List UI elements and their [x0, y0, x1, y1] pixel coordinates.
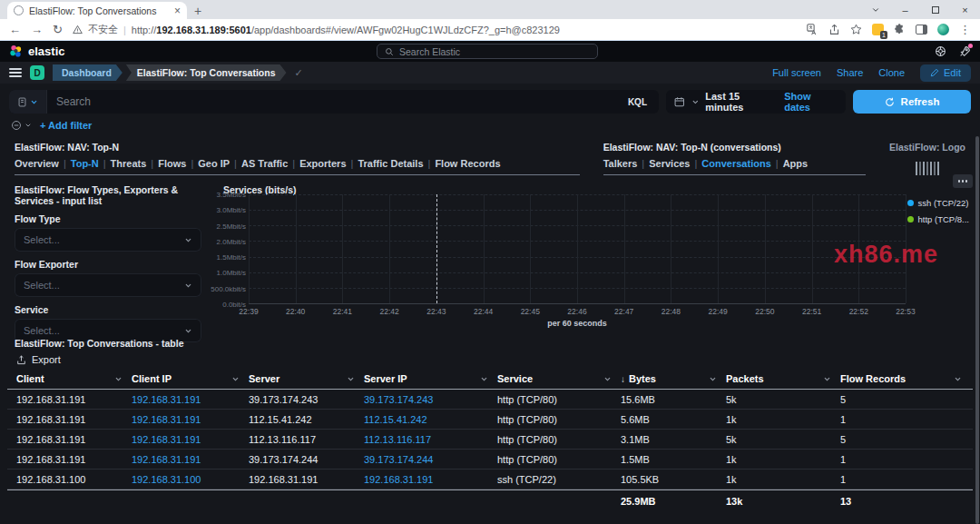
show-dates-button[interactable]: Show dates	[784, 91, 838, 113]
x-tick-label: 22:51	[802, 307, 821, 316]
export-button[interactable]: Export	[16, 354, 61, 365]
column-header-flow-records[interactable]: Flow Records	[840, 370, 971, 389]
column-header-server-ip[interactable]: Server IP	[364, 370, 497, 389]
nav-link-exporters[interactable]: Exporters	[299, 158, 346, 169]
scrollbar-thumb[interactable]	[975, 136, 979, 524]
share-button[interactable]: Share	[837, 67, 863, 78]
nav-link-top-n[interactable]: Top-N	[71, 158, 99, 169]
legend-item-http-tcp-8[interactable]: http (TCP/8...	[907, 214, 970, 224]
column-header-service[interactable]: Service	[497, 370, 621, 389]
cell-ip-link[interactable]: 192.168.31.191	[132, 390, 249, 409]
cell-ip-link[interactable]: 112.13.116.117	[364, 430, 497, 449]
browser-menu-icon[interactable]: ⋮	[959, 24, 971, 35]
profile-extension-icon[interactable]	[937, 24, 949, 35]
select-flow-type[interactable]: Select...	[15, 228, 201, 252]
chart-x-axis-label: per 60 seconds	[249, 319, 906, 328]
saved-query-icon	[17, 97, 27, 107]
kql-search-input[interactable]: Search KQL	[9, 90, 659, 114]
cell-ip-link[interactable]: 192.168.31.191	[364, 470, 497, 489]
nav-link-flows[interactable]: Flows	[158, 158, 186, 169]
column-label: Bytes	[629, 373, 656, 384]
news-feed-button[interactable]	[959, 45, 971, 57]
cell-ip-link[interactable]: 39.173.174.244	[364, 450, 497, 469]
tab-close-icon[interactable]: ×	[174, 5, 181, 16]
extensions-puzzle-icon[interactable]	[894, 24, 906, 35]
sidebar-panel-icon[interactable]	[916, 25, 927, 35]
window-maximize-button[interactable]	[920, 0, 950, 19]
nav-link-talkers[interactable]: Talkers	[603, 158, 638, 169]
nav-link-traffic-details[interactable]: Traffic Details	[358, 158, 423, 169]
saved-check-icon: ✓	[295, 67, 303, 79]
cell-ip-link[interactable]: 39.173.174.243	[364, 390, 497, 409]
x-tick-label: 22:46	[567, 307, 586, 316]
translate-icon[interactable]	[807, 24, 818, 35]
column-chevron-down-icon	[603, 375, 612, 383]
cell: 1	[840, 470, 971, 489]
nav-link-apps[interactable]: Apps	[783, 158, 808, 169]
cell-ip-link[interactable]: 192.168.31.191	[132, 410, 249, 429]
cell-ip-link[interactable]: 192.168.31.100	[132, 470, 249, 489]
kql-label[interactable]: KQL	[616, 97, 659, 107]
browser-forward-icon[interactable]: →	[31, 24, 43, 35]
browser-reload-icon[interactable]: ↻	[53, 24, 63, 35]
watermark: xh86.me	[834, 241, 938, 269]
dashboard-toolbar: D Dashboard ElastiFlow: Top Conversation…	[0, 62, 980, 84]
select-flow-exporter[interactable]: Select...	[15, 273, 201, 297]
omnibox[interactable]: 不安全 | http://192.168.31.189:5601/app/das…	[73, 23, 797, 36]
panel-title: ElastiFlow: Top Conversations - table	[7, 334, 973, 349]
legend-item-ssh-tcp-22[interactable]: ssh (TCP/22)	[907, 198, 970, 208]
column-header-server[interactable]: Server	[249, 370, 364, 389]
cell-ip-link[interactable]: 192.168.31.191	[132, 430, 249, 449]
window-menu-chevron-icon[interactable]	[860, 0, 890, 19]
share-icon[interactable]	[828, 24, 840, 35]
column-header-client-ip[interactable]: Client IP	[132, 370, 249, 389]
elastic-brand[interactable]: elastic	[9, 44, 64, 58]
full-screen-button[interactable]: Full screen	[772, 67, 821, 78]
extension-badge-icon[interactable]: 1	[872, 24, 884, 35]
panel-options-button[interactable]	[953, 174, 973, 188]
v-gridline	[765, 194, 766, 303]
filter-menu-button[interactable]	[11, 120, 32, 131]
nav-link-as-traffic[interactable]: AS Traffic	[241, 158, 288, 169]
bookmark-star-icon[interactable]	[850, 24, 862, 35]
nav-link-geo-ip[interactable]: Geo IP	[198, 158, 230, 169]
total-cell	[497, 490, 621, 512]
total-cell	[249, 490, 364, 512]
y-tick-label: 2.0Mbit/s	[217, 237, 246, 245]
window-minimize-button[interactable]: –	[890, 0, 920, 19]
nav-link-overview[interactable]: Overview	[15, 158, 59, 169]
cell-ip-link[interactable]: 192.168.31.191	[132, 450, 249, 469]
panel-title: ElastiFlow: Logo	[882, 138, 973, 153]
panel-title: ElastiFlow: Flow Types, Exporters & Serv…	[7, 181, 209, 206]
breadcrumb-dashboard[interactable]: Dashboard	[53, 64, 122, 81]
column-header-bytes[interactable]: ↓Bytes	[621, 370, 726, 389]
global-search-input[interactable]: Search Elastic	[377, 44, 598, 59]
new-tab-button[interactable]: +	[187, 2, 209, 19]
table-body: 192.168.31.191192.168.31.19139.173.174.2…	[7, 390, 973, 489]
menu-hamburger-icon[interactable]	[9, 68, 22, 77]
dashboard-panels: ElastiFlow: NAV: Top-N Overview|Top-N|Th…	[0, 136, 980, 512]
cell: http (TCP/80)	[497, 430, 621, 449]
clone-button[interactable]: Clone	[878, 67, 905, 78]
nav-link-flow-records[interactable]: Flow Records	[435, 158, 500, 169]
nav-link-threats[interactable]: Threats	[111, 158, 147, 169]
cell-ip-link[interactable]: 112.15.41.242	[364, 410, 497, 429]
column-header-packets[interactable]: Packets	[726, 370, 840, 389]
browser-back-icon[interactable]: ←	[9, 24, 21, 35]
time-picker[interactable]: Last 15 minutes Show dates	[666, 90, 846, 114]
saved-query-menu-button[interactable]	[9, 90, 47, 114]
add-filter-button[interactable]: + Add filter	[40, 120, 92, 131]
refresh-button[interactable]: Refresh	[853, 90, 971, 114]
column-header-client[interactable]: Client	[16, 370, 132, 389]
help-icon[interactable]	[935, 45, 946, 57]
y-tick-label: 2.5Mbit/s	[217, 222, 246, 230]
nav-separator: |	[292, 158, 295, 169]
total-cell: 13k	[726, 490, 840, 512]
nav-link-services[interactable]: Services	[649, 158, 690, 169]
browser-tab[interactable]: ElastiFlow: Top Conversations ×	[7, 2, 187, 19]
edit-button[interactable]: Edit	[920, 64, 971, 82]
space-avatar[interactable]: D	[30, 65, 44, 80]
window-close-button[interactable]: ×	[950, 0, 980, 19]
chart-plot-area[interactable]	[249, 194, 906, 304]
nav-link-conversations[interactable]: Conversations	[701, 158, 770, 169]
